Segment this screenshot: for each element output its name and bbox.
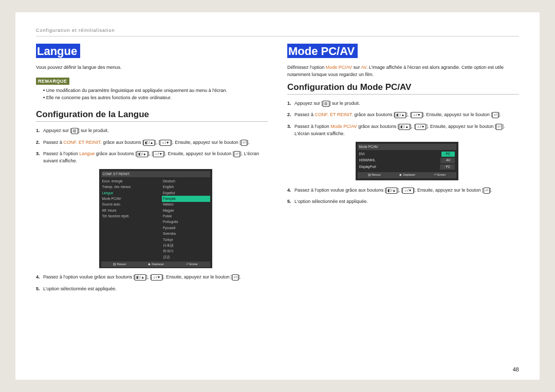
breadcrumb: Configuration et réinitialisation xyxy=(36,28,519,36)
columns: Langue Vous pouvez définir la langue des… xyxy=(36,44,519,296)
note-list: Une modification du paramètre linguistiq… xyxy=(36,87,268,102)
step: Passez à l'option voulue grâce aux bouto… xyxy=(36,273,268,281)
down-icon: ☼/▼ xyxy=(402,188,413,194)
osd-row: Deutsch xyxy=(162,178,210,184)
osd-row: Tch Nombre répét. xyxy=(101,214,160,219)
step: Passez à l'option voulue grâce aux bouto… xyxy=(287,186,519,194)
down-icon: ☼/▼ xyxy=(153,151,164,157)
osd-row: Aff. heure xyxy=(101,208,160,213)
enter-icon: ⏎ xyxy=(496,124,502,130)
link-modepcav: Mode PC/AV xyxy=(330,124,357,129)
down-icon: ☼/▼ xyxy=(415,124,426,130)
osd2-row: DVIPC xyxy=(358,151,456,157)
link-conf: CONF. ET REINIT. xyxy=(315,112,353,117)
step: Passez à CONF. ET REINIT. grâce aux bout… xyxy=(36,139,268,146)
down-icon: ☼/▼ xyxy=(151,274,162,281)
osd-row: Italiano xyxy=(162,202,210,208)
osd-row: Español xyxy=(162,190,210,196)
osd-row: English xyxy=(162,184,210,190)
right-intro: Définissez l'option Mode PC/AV sur AV. L… xyxy=(287,64,519,78)
osd-row: Français xyxy=(162,196,210,201)
osd2-footer: ▥ Retour◆ Déplacer⏎ Entrer xyxy=(358,172,456,178)
note-badge: REMARQUE xyxy=(36,78,69,85)
note-item: Elle ne concerne pas les autres fonction… xyxy=(43,94,268,101)
osd-row: Mode PC/AV xyxy=(101,196,160,201)
right-title: Mode PC/AV xyxy=(287,44,358,58)
osd-row: Polski xyxy=(162,214,210,219)
enter-icon: ⏎ xyxy=(484,188,490,194)
left-title: Langue xyxy=(36,44,80,58)
osd2-row: HDMI/MHL· AV xyxy=(358,157,456,163)
right-steps: Appuyez sur [▥] sur le produit. Passez à… xyxy=(287,100,519,206)
down-icon: ☼/▼ xyxy=(160,140,171,146)
menu-icon: ▥ xyxy=(71,128,78,134)
enter-icon: ⏎ xyxy=(241,140,247,146)
osd-row: Transp. des menus xyxy=(101,184,160,190)
up-icon: ◧/▲ xyxy=(143,140,155,146)
step: Passez à l'option Mode PC/AV grâce aux b… xyxy=(287,123,519,180)
osd-title: CONF. ET REINIT. xyxy=(101,171,210,177)
left-column: Langue Vous pouvez définir la langue des… xyxy=(36,44,268,296)
osd-right-list: DeutschEnglishEspañolFrançaisItalianoMag… xyxy=(161,178,210,260)
page-number: 48 xyxy=(513,366,519,372)
osd-pcav: Mode PC/AV DVIPCHDMI/MHL· AVDisplayPort·… xyxy=(356,142,458,180)
left-section-heading: Configuration de la Langue xyxy=(36,109,268,122)
step: Passez à CONF. ET REINIT. grâce aux bout… xyxy=(287,111,519,118)
right-column: Mode PC/AV Définissez l'option Mode PC/A… xyxy=(287,44,519,296)
step: L'option sélectionnée est appliquée. xyxy=(36,285,268,292)
left-intro: Vous pouvez définir la langue des menus. xyxy=(36,64,268,71)
osd-row: Português xyxy=(162,219,210,225)
page: Configuration et réinitialisation Langue… xyxy=(15,12,540,380)
osd-footer: ▥ Retour◆ Déplacer⏎ Entrer xyxy=(101,262,210,268)
osd-langue: CONF. ET REINIT. Econ. énergieTransp. de… xyxy=(99,169,212,268)
enter-icon: ⏎ xyxy=(234,151,240,157)
menu-icon: ▥ xyxy=(323,101,329,107)
right-section-heading: Configuration du Mode PC/AV xyxy=(287,82,519,95)
link-conf: CONF. ET REINIT. xyxy=(64,140,102,145)
osd-row: 汉语 xyxy=(162,254,210,260)
osd-row: 한국어 xyxy=(162,249,210,254)
up-icon: ◧/▲ xyxy=(395,112,406,118)
osd2-row: DisplayPort· PC xyxy=(358,164,456,170)
osd-row: Source auto. xyxy=(101,202,160,208)
osd-row: Econ. énergie xyxy=(101,178,160,184)
osd-row: Svenska xyxy=(162,231,210,237)
left-steps: Appuyez sur [▥] sur le produit. Passez à… xyxy=(36,127,268,292)
up-icon: ◧/▲ xyxy=(386,188,397,194)
step: L'option sélectionnée est appliquée. xyxy=(287,198,519,205)
osd2-title: Mode PC/AV xyxy=(358,144,456,150)
note-item: Une modification du paramètre linguistiq… xyxy=(43,87,268,94)
osd2-body: DVIPCHDMI/MHL· AVDisplayPort· PC xyxy=(358,151,456,170)
osd-row: Langue xyxy=(101,190,160,196)
step: Appuyez sur [▥] sur le produit. xyxy=(287,100,519,107)
osd-row: Türkçe xyxy=(162,237,210,242)
up-icon: ◧/▲ xyxy=(135,274,146,281)
up-icon: ◧/▲ xyxy=(399,124,410,130)
osd-row: Русский xyxy=(162,225,210,231)
osd-row: 日本語 xyxy=(162,243,210,249)
link-langue: Langue xyxy=(79,151,95,156)
osd-left-list: Econ. énergieTransp. des menusLangueMode… xyxy=(101,178,161,260)
down-icon: ☼/▼ xyxy=(411,112,422,118)
up-icon: ◧/▲ xyxy=(137,151,148,157)
enter-icon: ⏎ xyxy=(232,274,238,281)
osd-row: Magyar xyxy=(162,208,210,213)
enter-icon: ⏎ xyxy=(492,112,498,118)
step: Appuyez sur [▥] sur le produit. xyxy=(36,127,268,134)
step: Passez à l'option Langue grâce aux bouto… xyxy=(36,150,268,268)
